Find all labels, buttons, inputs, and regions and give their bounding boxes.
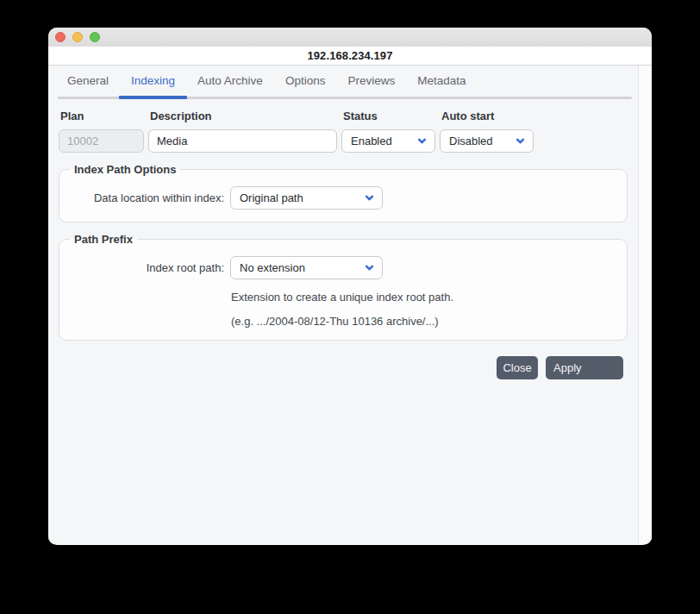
data-location-label: Data location within index: (59, 191, 230, 204)
plan-label: Plan (60, 110, 144, 122)
data-location-select[interactable]: Original path (230, 186, 383, 210)
window-titlebar (48, 28, 652, 47)
tab-underline-active (119, 96, 187, 99)
window-zoom-traffic-icon[interactable] (90, 32, 100, 42)
data-location-select-value: Original path (240, 191, 303, 204)
extension-hint-text: Extension to create a unique index root … (231, 291, 615, 304)
status-select[interactable]: Enabled (341, 129, 435, 153)
chevron-down-icon (416, 135, 428, 147)
plan-field (59, 129, 144, 153)
description-label: Description (150, 110, 337, 122)
tab-general[interactable]: General (67, 74, 109, 87)
auto-start-select-value: Disabled (449, 135, 493, 147)
chevron-down-icon (364, 262, 375, 273)
action-button-row: Close Apply (48, 356, 623, 379)
index-path-options-group: Index Path Options Data location within … (59, 163, 628, 222)
path-prefix-legend: Path Prefix (70, 233, 137, 246)
index-root-path-select[interactable]: No extension (230, 256, 383, 279)
scroll-gutter (639, 66, 652, 544)
tab-indexing[interactable]: Indexing (131, 74, 175, 87)
auto-start-label: Auto start (441, 110, 534, 122)
window-close-traffic-icon[interactable] (55, 32, 66, 42)
index-path-options-legend: Index Path Options (70, 163, 180, 176)
description-field[interactable] (148, 129, 337, 153)
plan-form-row: Plan Description Status Enabled Auto sta… (59, 110, 652, 153)
extension-example-text: (e.g. .../2004-08/12-Thu 10136 archive/.… (231, 315, 615, 328)
window-minimize-traffic-icon[interactable] (72, 32, 83, 42)
status-label: Status (343, 110, 435, 122)
window-title-strip: 192.168.234.197 (48, 47, 652, 66)
app-window: 192.168.234.197 General Indexing Auto Ar… (48, 28, 652, 545)
content-area: General Indexing Auto Archive Options Pr… (48, 66, 652, 544)
tab-options[interactable]: Options (285, 74, 326, 87)
status-select-value: Enabled (351, 135, 392, 147)
index-root-path-label: Index root path: (59, 261, 230, 274)
tab-underline-track (58, 97, 632, 99)
window-title: 192.168.234.197 (307, 49, 392, 62)
auto-start-select[interactable]: Disabled (440, 129, 534, 153)
index-root-path-select-value: No extension (240, 261, 305, 274)
tab-metadata[interactable]: Metadata (417, 74, 466, 87)
path-prefix-group: Path Prefix Index root path: No extensio… (59, 233, 628, 341)
chevron-down-icon (364, 192, 375, 204)
tab-auto-archive[interactable]: Auto Archive (197, 74, 263, 87)
close-button[interactable]: Close (497, 356, 538, 379)
chevron-down-icon (515, 135, 526, 147)
scroll-gutter-divider (638, 66, 639, 544)
tab-previews[interactable]: Previews (347, 74, 395, 87)
apply-button[interactable]: Apply (546, 356, 623, 379)
tab-bar: General Indexing Auto Archive Options Pr… (48, 66, 652, 99)
